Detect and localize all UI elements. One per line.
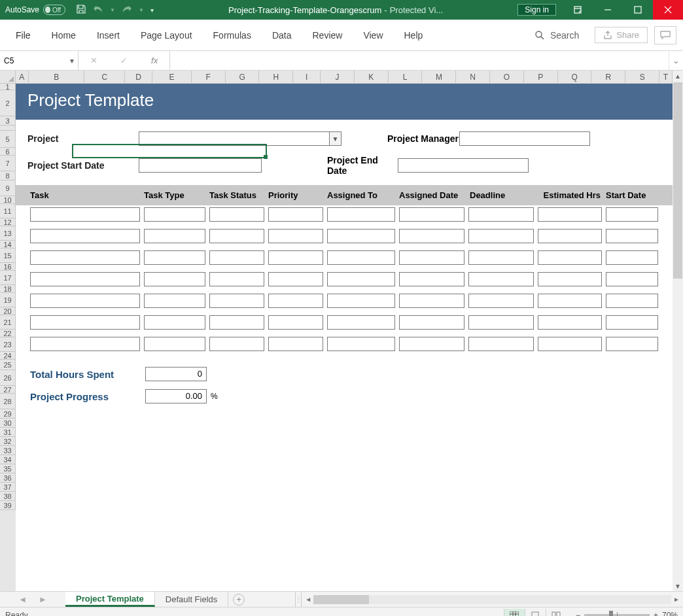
new-sheet-button[interactable]: + <box>228 592 249 607</box>
sheet-tab-default-fields[interactable]: Default Fields <box>155 592 228 607</box>
hscroll-right-icon[interactable]: ► <box>671 596 682 603</box>
table-cell[interactable] <box>327 229 395 243</box>
table-cell[interactable] <box>209 294 264 308</box>
row-header[interactable]: 39 <box>0 501 16 510</box>
row-header[interactable]: 34 <box>0 455 16 464</box>
table-cell[interactable] <box>209 250 264 265</box>
value-project-progress[interactable]: 0.00 <box>145 389 207 403</box>
hscroll-thumb[interactable] <box>313 595 369 604</box>
table-cell[interactable] <box>468 250 534 265</box>
table-cell[interactable] <box>538 315 602 330</box>
row-header[interactable]: 15 <box>0 248 16 263</box>
row-header[interactable]: 14 <box>0 241 16 248</box>
column-header[interactable]: I <box>293 71 321 84</box>
project-field[interactable]: ▼ <box>139 131 342 146</box>
table-cell[interactable] <box>144 250 205 265</box>
table-cell[interactable] <box>468 207 534 222</box>
row-header[interactable]: 8 <box>0 171 16 180</box>
column-header[interactable]: K <box>355 71 389 84</box>
row-header[interactable]: 13 <box>0 226 16 241</box>
tab-page-layout[interactable]: Page Layout <box>131 25 201 46</box>
table-cell[interactable] <box>606 250 658 265</box>
column-header[interactable]: R <box>591 71 625 84</box>
table-cell[interactable] <box>606 337 658 351</box>
table-cell[interactable] <box>468 272 534 286</box>
row-header[interactable]: 9 <box>0 180 16 196</box>
row-header[interactable]: 33 <box>0 446 16 455</box>
table-cell[interactable] <box>268 229 323 243</box>
row-header[interactable]: 19 <box>0 293 16 307</box>
row-header[interactable]: 16 <box>0 263 16 271</box>
table-cell[interactable] <box>327 294 395 308</box>
row-header[interactable]: 31 <box>0 428 16 437</box>
table-cell[interactable] <box>468 337 534 351</box>
tab-insert[interactable]: Insert <box>88 25 129 46</box>
page-break-view-button[interactable] <box>546 609 567 617</box>
table-cell[interactable] <box>144 207 205 222</box>
table-cell[interactable] <box>209 315 264 330</box>
fx-icon[interactable]: fx <box>151 56 158 65</box>
table-cell[interactable] <box>606 272 658 286</box>
sheet-canvas[interactable]: Project Template Project ▼ Project Manag… <box>16 84 673 591</box>
project-manager-field[interactable] <box>459 131 590 146</box>
horizontal-scrollbar[interactable]: ◄ ► <box>302 592 683 607</box>
normal-view-button[interactable] <box>504 609 525 617</box>
column-header[interactable]: C <box>84 71 125 84</box>
undo-dropdown-icon[interactable]: ▼ <box>110 7 115 13</box>
table-cell[interactable] <box>268 250 323 265</box>
table-cell[interactable] <box>209 207 264 222</box>
table-cell[interactable] <box>399 229 464 243</box>
table-cell[interactable] <box>606 315 658 330</box>
comments-button[interactable] <box>654 26 676 44</box>
row-header[interactable]: 36 <box>0 473 16 483</box>
undo-icon[interactable] <box>93 4 103 16</box>
table-cell[interactable] <box>327 315 395 330</box>
tell-me-search[interactable]: Search <box>534 30 579 41</box>
table-cell[interactable] <box>144 229 205 243</box>
table-cell[interactable] <box>30 337 140 351</box>
table-cell[interactable] <box>30 272 140 286</box>
tab-home[interactable]: Home <box>43 25 85 46</box>
row-header[interactable]: 26 <box>0 370 16 386</box>
table-cell[interactable] <box>30 315 140 330</box>
row-header[interactable]: 22 <box>0 330 16 337</box>
table-cell[interactable] <box>399 337 464 351</box>
value-total-hours[interactable]: 0 <box>145 367 207 381</box>
row-header[interactable]: 35 <box>0 464 16 473</box>
row-header[interactable]: 1 <box>0 84 16 90</box>
formula-input[interactable] <box>170 51 669 70</box>
sheet-nav-prev-icon[interactable]: ◄ <box>18 594 27 604</box>
table-cell[interactable] <box>268 272 323 286</box>
table-cell[interactable] <box>268 337 323 351</box>
column-header[interactable]: G <box>226 71 260 84</box>
row-header[interactable]: 3 <box>0 116 16 126</box>
table-cell[interactable] <box>144 337 205 351</box>
close-button[interactable] <box>653 0 683 20</box>
table-cell[interactable] <box>268 207 323 222</box>
column-header[interactable]: N <box>456 71 490 84</box>
tab-scroll-split[interactable]: ⋮ <box>295 592 302 607</box>
column-header[interactable]: P <box>524 71 558 84</box>
redo-dropdown-icon[interactable]: ▼ <box>139 7 144 13</box>
column-header[interactable]: T <box>659 71 673 84</box>
table-cell[interactable] <box>399 250 464 265</box>
project-start-date-field[interactable] <box>139 158 262 173</box>
table-cell[interactable] <box>468 294 534 308</box>
table-cell[interactable] <box>268 294 323 308</box>
column-header[interactable]: L <box>389 71 423 84</box>
row-header[interactable]: 11 <box>0 204 16 218</box>
zoom-in-button[interactable]: + <box>654 611 658 617</box>
table-cell[interactable] <box>538 207 602 222</box>
row-header[interactable]: 2 <box>0 90 16 116</box>
table-cell[interactable] <box>538 294 602 308</box>
column-header[interactable]: B <box>29 71 85 84</box>
project-end-date-field[interactable] <box>398 158 529 173</box>
column-header[interactable]: Q <box>558 71 592 84</box>
project-dropdown-icon[interactable]: ▼ <box>329 132 341 145</box>
table-cell[interactable] <box>144 315 205 330</box>
scroll-down-icon[interactable]: ▼ <box>673 581 683 591</box>
sheet-tab-active[interactable]: Project Template <box>65 592 155 607</box>
row-header[interactable]: 17 <box>0 271 16 285</box>
table-cell[interactable] <box>399 272 464 286</box>
tab-review[interactable]: Review <box>304 25 352 46</box>
